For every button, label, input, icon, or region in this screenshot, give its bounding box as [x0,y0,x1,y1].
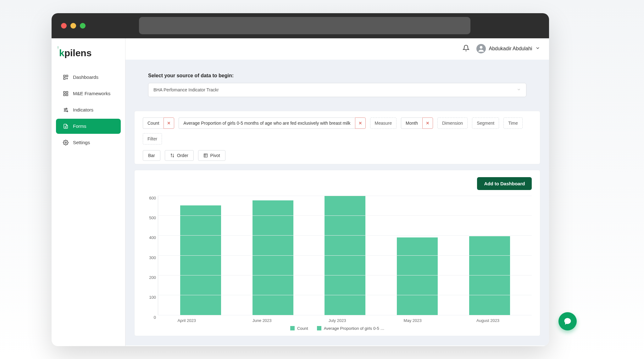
chip-metric[interactable]: Average Proportion of girls 0-5 months o… [179,117,355,129]
main-content: Abdukadir Abdulahi Select your source of… [125,38,549,346]
grid-line [158,235,532,236]
pivot-icon [203,153,208,158]
sidebar-item-label: Dashboards [73,74,98,80]
grid-line [158,215,532,216]
chip-segment[interactable]: Segment [472,117,499,129]
grid-line [158,315,532,315]
sidebar-item-indicators[interactable]: Indicators [56,102,121,117]
address-bar[interactable] [139,17,470,34]
data-source-select[interactable]: BHA Perfomance Indicator Trackr [148,83,526,97]
topbar: Abdukadir Abdulahi [125,38,549,60]
sidebar-item-frameworks[interactable]: M&E Frameworks [56,86,121,101]
logo: kpilens [52,42,125,67]
sidebar-item-label: Indicators [73,107,93,112]
bar[interactable] [469,236,510,315]
svg-rect-2 [64,78,65,79]
grid-line [158,295,532,295]
svg-rect-12 [204,154,207,157]
add-to-dashboard-button[interactable]: Add to Dashboard [477,177,532,190]
x-tick-label: July 2023 [314,318,361,323]
order-button[interactable]: Order [165,150,194,161]
chip-time[interactable]: Time [503,117,523,129]
x-tick-label: August 2023 [464,318,512,323]
y-tick-label: 400 [149,235,156,240]
notifications-icon[interactable] [463,45,469,53]
chart-legend: Count Average Proportion of girls 0-5 … [143,323,532,333]
y-tick-label: 0 [154,315,156,319]
chat-fab[interactable] [558,312,577,330]
count-chip-group: Count ✕ [143,117,174,129]
legend-label: Count [297,326,308,331]
x-tick-label: June 2023 [238,318,286,323]
chart-controls: Bar Order Pivot [143,150,532,161]
svg-rect-6 [66,94,68,95]
pivot-label: Pivot [210,153,220,158]
sidebar-item-settings[interactable]: Settings [56,135,121,150]
chart-card: Add to Dashboard 0100200300400500600 Apr… [134,170,540,336]
x-tick-label: April 2023 [163,318,210,323]
y-tick-label: 100 [149,295,156,300]
sidebar-item-forms[interactable]: Forms [56,119,121,134]
chart-header: Add to Dashboard [143,177,532,190]
sidebar-item-label: Forms [73,123,86,129]
y-tick-label: 200 [149,275,156,280]
bar-chart: 0100200300400500600 [143,196,532,315]
grid-line [158,196,532,196]
logo-mark: k [59,48,64,58]
window-controls [61,23,86,29]
browser-titlebar [52,13,549,38]
sidebar-item-label: Settings [73,140,90,145]
bar[interactable] [397,237,438,315]
chip-dimension[interactable]: Dimension [437,117,468,129]
x-axis-labels: April 2023June 2023July 2023May 2023Augu… [143,315,532,323]
sidebar-item-label: M&E Frameworks [73,91,110,96]
user-menu[interactable]: Abdukadir Abdulahi [476,44,541,53]
svg-rect-0 [64,75,65,77]
remove-metric-button[interactable]: ✕ [355,117,366,129]
gear-icon [63,140,69,145]
chip-count[interactable]: Count [143,117,164,129]
grid-icon [63,91,69,96]
bar[interactable] [253,200,293,315]
close-window-button[interactable] [61,23,67,29]
chips-row-1: Count ✕ Average Proportion of girls 0-5 … [143,117,532,129]
svg-rect-5 [64,94,65,95]
bar-column [394,237,441,315]
svg-point-9 [67,111,68,112]
legend-label: Average Proportion of girls 0-5 … [324,326,385,331]
minimize-window-button[interactable] [70,23,76,29]
chip-filter[interactable]: Filter [143,133,162,144]
remove-month-button[interactable]: ✕ [422,117,433,129]
workspace: Select your source of data to begin: BHA… [125,60,549,345]
grid-line [158,255,532,256]
plot-area [158,196,532,315]
y-axis: 0100200300400500600 [143,196,158,315]
avatar-icon [476,44,486,53]
logo-text: pilens [64,48,92,58]
svg-rect-1 [66,75,68,77]
chip-measure[interactable]: Measure [370,117,397,129]
dashboard-icon [63,74,69,80]
grid-line [158,275,532,275]
user-name: Abdukadir Abdulahi [489,46,532,52]
svg-point-8 [64,109,65,110]
metric-chip-group: Average Proportion of girls 0-5 months o… [179,117,365,129]
remove-count-button[interactable]: ✕ [164,117,174,129]
svg-point-7 [66,108,67,109]
legend-item-avg: Average Proportion of girls 0-5 … [317,326,385,331]
maximize-window-button[interactable] [80,23,86,29]
pivot-button[interactable]: Pivot [198,150,225,161]
bar[interactable] [180,205,221,315]
data-source-section: Select your source of data to begin: BHA… [125,60,549,105]
y-tick-label: 500 [149,215,156,220]
sidebar: kpilens Dashboards M&E Frameworks [52,38,125,346]
sidebar-item-dashboards[interactable]: Dashboards [56,70,121,85]
chip-month[interactable]: Month [401,117,422,129]
chart-type-select[interactable]: Bar [143,150,160,161]
svg-point-10 [65,142,67,143]
data-source-label: Select your source of data to begin: [148,73,526,79]
order-label: Order [177,153,188,158]
bar-column [249,200,297,315]
bar-column [466,236,513,315]
sort-icon [170,153,175,158]
